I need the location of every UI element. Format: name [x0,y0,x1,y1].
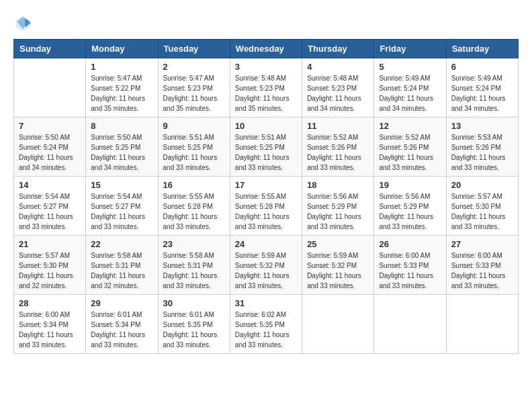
day-number: 2 [163,62,225,72]
weekday-header-tuesday: Tuesday [158,40,230,58]
day-info: Sunrise: 5:54 AM Sunset: 5:27 PM Dayligh… [19,191,81,232]
day-number: 31 [235,298,297,308]
day-cell: 14Sunrise: 5:54 AM Sunset: 5:27 PM Dayli… [14,177,86,236]
day-info: Sunrise: 5:53 AM Sunset: 5:26 PM Dayligh… [451,132,513,173]
day-number: 17 [235,180,297,190]
logo-icon [13,13,32,32]
day-cell: 22Sunrise: 5:58 AM Sunset: 5:31 PM Dayli… [86,236,158,295]
header [13,13,519,32]
day-cell [374,295,446,354]
day-cell: 20Sunrise: 5:57 AM Sunset: 5:30 PM Dayli… [446,177,518,236]
day-cell: 6Sunrise: 5:49 AM Sunset: 5:24 PM Daylig… [446,58,518,118]
day-info: Sunrise: 6:02 AM Sunset: 5:35 PM Dayligh… [235,310,297,350]
day-cell: 13Sunrise: 5:53 AM Sunset: 5:26 PM Dayli… [446,118,518,177]
day-info: Sunrise: 5:58 AM Sunset: 5:31 PM Dayligh… [91,250,152,291]
day-number: 19 [379,180,441,190]
day-info: Sunrise: 5:55 AM Sunset: 5:28 PM Dayligh… [235,191,297,232]
day-info: Sunrise: 6:00 AM Sunset: 5:33 PM Dayligh… [451,250,513,291]
day-cell: 1Sunrise: 5:47 AM Sunset: 5:22 PM Daylig… [86,58,158,118]
day-info: Sunrise: 5:56 AM Sunset: 5:29 PM Dayligh… [379,191,441,232]
day-info: Sunrise: 5:48 AM Sunset: 5:23 PM Dayligh… [307,73,369,113]
day-cell: 25Sunrise: 5:59 AM Sunset: 5:32 PM Dayli… [302,236,374,295]
day-info: Sunrise: 5:57 AM Sunset: 5:30 PM Dayligh… [19,250,81,291]
day-info: Sunrise: 5:49 AM Sunset: 5:24 PM Dayligh… [451,73,513,113]
day-info: Sunrise: 5:52 AM Sunset: 5:26 PM Dayligh… [307,132,369,173]
day-number: 13 [451,121,513,131]
day-info: Sunrise: 5:48 AM Sunset: 5:23 PM Dayligh… [235,73,297,113]
day-info: Sunrise: 5:54 AM Sunset: 5:27 PM Dayligh… [91,191,152,232]
day-cell: 28Sunrise: 6:00 AM Sunset: 5:34 PM Dayli… [14,295,86,354]
day-cell: 7Sunrise: 5:50 AM Sunset: 5:24 PM Daylig… [14,118,86,177]
day-info: Sunrise: 5:51 AM Sunset: 5:25 PM Dayligh… [235,132,297,173]
week-row-2: 7Sunrise: 5:50 AM Sunset: 5:24 PM Daylig… [14,118,519,177]
day-cell: 17Sunrise: 5:55 AM Sunset: 5:28 PM Dayli… [230,177,302,236]
day-cell: 12Sunrise: 5:52 AM Sunset: 5:26 PM Dayli… [374,118,446,177]
weekday-header-saturday: Saturday [446,40,518,58]
day-cell: 30Sunrise: 6:01 AM Sunset: 5:35 PM Dayli… [158,295,230,354]
day-number: 15 [91,180,152,190]
day-number: 26 [379,239,441,249]
day-cell: 4Sunrise: 5:48 AM Sunset: 5:23 PM Daylig… [302,58,374,118]
weekday-header-row: SundayMondayTuesdayWednesdayThursdayFrid… [14,40,519,58]
weekday-header-wednesday: Wednesday [230,40,302,58]
day-cell [446,295,518,354]
day-info: Sunrise: 6:01 AM Sunset: 5:34 PM Dayligh… [91,310,152,350]
day-number: 12 [379,121,441,131]
day-number: 9 [163,121,225,131]
weekday-header-sunday: Sunday [14,40,86,58]
day-info: Sunrise: 5:49 AM Sunset: 5:24 PM Dayligh… [379,73,441,113]
day-cell: 29Sunrise: 6:01 AM Sunset: 5:34 PM Dayli… [86,295,158,354]
day-cell: 27Sunrise: 6:00 AM Sunset: 5:33 PM Dayli… [446,236,518,295]
day-cell: 15Sunrise: 5:54 AM Sunset: 5:27 PM Dayli… [86,177,158,236]
day-number: 7 [19,121,81,131]
day-number: 27 [451,239,513,249]
day-cell: 11Sunrise: 5:52 AM Sunset: 5:26 PM Dayli… [302,118,374,177]
day-info: Sunrise: 6:00 AM Sunset: 5:33 PM Dayligh… [379,250,441,291]
day-number: 6 [451,62,513,72]
logo [13,13,35,32]
day-number: 11 [307,121,369,131]
day-cell: 21Sunrise: 5:57 AM Sunset: 5:30 PM Dayli… [14,236,86,295]
day-info: Sunrise: 5:55 AM Sunset: 5:28 PM Dayligh… [163,191,225,232]
day-info: Sunrise: 5:51 AM Sunset: 5:25 PM Dayligh… [163,132,225,173]
day-cell: 9Sunrise: 5:51 AM Sunset: 5:25 PM Daylig… [158,118,230,177]
day-info: Sunrise: 5:56 AM Sunset: 5:29 PM Dayligh… [307,191,369,232]
week-row-1: 1Sunrise: 5:47 AM Sunset: 5:22 PM Daylig… [14,58,519,118]
weekday-header-monday: Monday [86,40,158,58]
day-cell [14,58,86,118]
weekday-header-thursday: Thursday [302,40,374,58]
day-number: 21 [19,239,81,249]
day-number: 3 [235,62,297,72]
day-number: 28 [19,298,81,308]
day-number: 18 [307,180,369,190]
day-number: 16 [163,180,225,190]
day-info: Sunrise: 5:59 AM Sunset: 5:32 PM Dayligh… [235,250,297,291]
day-info: Sunrise: 5:47 AM Sunset: 5:22 PM Dayligh… [91,73,152,113]
day-info: Sunrise: 6:01 AM Sunset: 5:35 PM Dayligh… [163,310,225,350]
day-cell: 19Sunrise: 5:56 AM Sunset: 5:29 PM Dayli… [374,177,446,236]
day-info: Sunrise: 5:52 AM Sunset: 5:26 PM Dayligh… [379,132,441,173]
day-number: 22 [91,239,152,249]
day-info: Sunrise: 5:58 AM Sunset: 5:31 PM Dayligh… [163,250,225,291]
day-cell: 10Sunrise: 5:51 AM Sunset: 5:25 PM Dayli… [230,118,302,177]
day-cell: 8Sunrise: 5:50 AM Sunset: 5:25 PM Daylig… [86,118,158,177]
day-number: 1 [91,62,152,72]
day-cell: 31Sunrise: 6:02 AM Sunset: 5:35 PM Dayli… [230,295,302,354]
day-number: 5 [379,62,441,72]
day-cell: 18Sunrise: 5:56 AM Sunset: 5:29 PM Dayli… [302,177,374,236]
day-info: Sunrise: 5:50 AM Sunset: 5:24 PM Dayligh… [19,132,81,173]
day-number: 29 [91,298,152,308]
day-cell: 16Sunrise: 5:55 AM Sunset: 5:28 PM Dayli… [158,177,230,236]
week-row-4: 21Sunrise: 5:57 AM Sunset: 5:30 PM Dayli… [14,236,519,295]
day-cell: 5Sunrise: 5:49 AM Sunset: 5:24 PM Daylig… [374,58,446,118]
day-cell: 2Sunrise: 5:47 AM Sunset: 5:23 PM Daylig… [158,58,230,118]
day-cell: 24Sunrise: 5:59 AM Sunset: 5:32 PM Dayli… [230,236,302,295]
day-number: 30 [163,298,225,308]
day-info: Sunrise: 5:50 AM Sunset: 5:25 PM Dayligh… [91,132,152,173]
day-number: 14 [19,180,81,190]
day-number: 24 [235,239,297,249]
weekday-header-friday: Friday [374,40,446,58]
day-number: 4 [307,62,369,72]
day-cell [302,295,374,354]
day-number: 20 [451,180,513,190]
